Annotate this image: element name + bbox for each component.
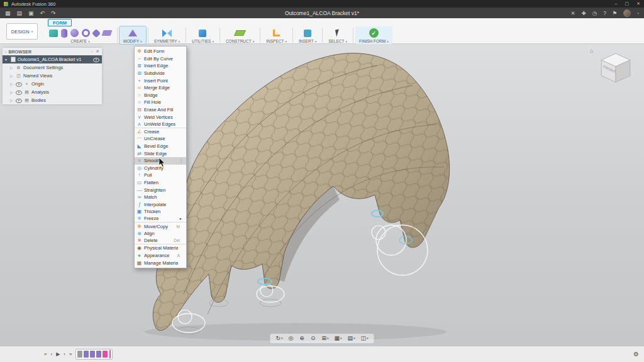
timeline-feature[interactable] <box>84 351 89 358</box>
panel-close-icon[interactable]: ✕ <box>96 49 99 54</box>
menu-item[interactable]: ✥ Edit Form <box>135 48 186 55</box>
tab-form[interactable]: FORM <box>48 19 72 26</box>
menu-item[interactable]: ▭ Flatten <box>135 179 186 187</box>
close-button[interactable]: ✕ <box>636 1 640 6</box>
menu-item[interactable]: ∫ Interpolate <box>135 200 186 208</box>
menu-item[interactable]: ◠ UnCrease <box>135 135 186 143</box>
timeline-feature[interactable] <box>96 351 101 358</box>
construction-plane-icon[interactable] <box>234 30 246 36</box>
expand-caret-icon[interactable]: ▷ <box>10 74 14 78</box>
expand-caret-icon[interactable]: ▷ <box>10 90 14 94</box>
sphere-primitive-icon[interactable] <box>70 29 79 37</box>
maximize-button[interactable]: ▢ <box>625 1 630 6</box>
menu-item[interactable]: ✕ Delete Del <box>135 237 186 244</box>
toolbar-group-modify[interactable]: MODIFY▾ <box>119 26 146 44</box>
finish-form-check-icon[interactable]: ✓ <box>369 28 379 38</box>
menu-item[interactable]: ▦ Manage Materials <box>135 259 186 266</box>
timeline-feature[interactable] <box>103 351 108 358</box>
select-cursor-icon[interactable] <box>335 29 340 36</box>
timeline-feature[interactable] <box>90 351 95 358</box>
box-primitive-icon[interactable] <box>49 30 58 37</box>
menu-item[interactable]: — Straighten <box>135 186 186 194</box>
plane-primitive-icon[interactable] <box>102 30 113 36</box>
cylinder-primitive-icon[interactable] <box>61 29 67 38</box>
visibility-eye-icon[interactable] <box>16 89 22 95</box>
expand-caret-icon[interactable]: ▷ <box>10 98 14 102</box>
insert-icon[interactable] <box>304 30 311 37</box>
redo-icon[interactable]: ↷ <box>51 10 56 16</box>
menu-item[interactable]: ⇄ Slide Edge <box>135 150 186 157</box>
model-canvas[interactable]: ⌂ FRONT ◦ BROWSER ◦ ✕ ▾ Outcome1_ALCOA B… <box>0 44 644 346</box>
menu-item[interactable]: ◣ Bevel Edge <box>135 143 186 150</box>
viewcube[interactable]: ⌂ FRONT <box>595 50 636 87</box>
measure-icon[interactable] <box>273 30 280 36</box>
workspace-switcher[interactable]: DESIGN ▾ <box>6 23 38 40</box>
toolbar-group-select[interactable]: SELECT▾ <box>325 26 351 44</box>
file-icon[interactable]: ▤ <box>17 10 23 16</box>
menu-item[interactable]: ∩ Bridge <box>135 92 186 99</box>
extensions-icon[interactable]: ✚ <box>582 10 586 16</box>
edit-form-icon[interactable] <box>128 30 137 36</box>
user-avatar[interactable] <box>623 9 631 17</box>
menu-item[interactable]: ↑ Pull <box>135 172 186 179</box>
step-forward-button[interactable]: › <box>64 351 65 357</box>
undo-icon[interactable]: ↶ <box>40 10 45 16</box>
notifications-icon[interactable]: ⚑ <box>613 10 618 16</box>
toolbar-group-finish-form[interactable]: ✓ FINISH FORM▾ <box>355 26 392 44</box>
mirror-symmetry-icon[interactable] <box>162 30 172 37</box>
toolbar-group-utilities[interactable]: UTILITIES▾ <box>188 26 218 44</box>
menu-item[interactable]: ○ Fill Hole <box>135 99 186 106</box>
browser-tree-item[interactable]: ▷ ▤ Bodies <box>3 96 102 104</box>
close-document-icon[interactable]: ✕ <box>570 10 575 16</box>
menu-item[interactable]: ◉ Physical Material <box>135 244 186 252</box>
expand-caret-icon[interactable]: ▾ <box>5 57 9 62</box>
toolbar-group-create[interactable]: CREATE▾ <box>45 26 115 44</box>
browser-root-node[interactable]: ▾ Outcome1_ALCOA Bracket v1 <box>3 55 102 63</box>
menu-item[interactable]: ⋎ Weld Vertices <box>135 113 186 121</box>
menu-item[interactable]: ❄ Freeze ▸ <box>135 216 186 223</box>
visibility-eye-icon[interactable] <box>93 57 99 62</box>
settings-gear-icon[interactable]: ⚙ <box>633 351 639 358</box>
utilities-icon[interactable] <box>199 30 206 37</box>
menu-item[interactable]: ⊞ Subdivide <box>135 70 186 77</box>
help-icon[interactable]: ? <box>603 10 606 16</box>
visibility-eye-icon[interactable] <box>16 97 22 103</box>
menu-item[interactable]: + Insert Point <box>135 77 186 84</box>
menu-item[interactable]: ✥ Move/Copy M <box>135 222 186 230</box>
expand-caret-icon[interactable]: ▷ <box>10 82 14 86</box>
user-menu-caret-icon[interactable]: ▾ <box>637 11 639 15</box>
go-to-start-button[interactable]: « <box>44 351 47 357</box>
play-button[interactable]: ▶ <box>56 351 60 357</box>
torus-primitive-icon[interactable] <box>82 29 90 37</box>
browser-tree-item[interactable]: ▷ + Origin <box>3 80 102 88</box>
browser-tree-item[interactable]: ▷ ⚙ Document Settings <box>3 63 102 72</box>
toolbar-group-inspect[interactable]: INSPECT▾ <box>262 26 291 44</box>
quadball-primitive-icon[interactable] <box>92 28 101 37</box>
browser-tree-item[interactable]: ▷ ▤ Analysis <box>3 88 102 96</box>
menu-item[interactable]: ⋏ UnWeld Edges <box>135 121 186 128</box>
menu-item[interactable]: ⊕ Align <box>135 230 186 238</box>
menu-item[interactable]: ~ Edit By Curve <box>135 55 186 63</box>
toolbar-group-insert[interactable]: INSERT▾ <box>295 26 320 44</box>
menu-item[interactable]: ● Appearance A <box>135 252 186 260</box>
timeline-position-marker[interactable] <box>109 350 111 358</box>
toolbar-group-symmetry[interactable]: SYMMETRY▾ <box>150 26 184 44</box>
step-back-button[interactable]: ‹ <box>50 351 52 357</box>
toolbar-group-construct[interactable]: CONSTRUCT▾ <box>222 26 258 44</box>
menu-item[interactable]: ≍ Merge Edge <box>135 84 186 92</box>
panel-options-icon[interactable]: ◦ <box>91 49 92 54</box>
app-grid-icon[interactable]: ▦ <box>5 10 11 16</box>
home-view-icon[interactable]: ⌂ <box>590 48 593 54</box>
menu-item[interactable]: ≣ Insert Edge <box>135 62 186 70</box>
visibility-eye-icon[interactable] <box>16 81 22 87</box>
menu-item[interactable]: ▣ Thicken <box>135 208 186 216</box>
save-icon[interactable]: ▣ <box>28 10 34 16</box>
browser-tree-item[interactable]: ▷ ◫ Named Views <box>3 72 102 80</box>
job-status-icon[interactable]: ◷ <box>592 10 597 16</box>
expand-caret-icon[interactable]: ▷ <box>10 65 14 70</box>
timeline-feature[interactable] <box>77 351 82 358</box>
minimize-button[interactable]: – <box>615 1 618 6</box>
menu-item[interactable]: ≃ Match <box>135 194 186 201</box>
menu-item[interactable]: ∠ Crease <box>135 128 186 136</box>
go-to-end-button[interactable]: » <box>69 351 72 357</box>
